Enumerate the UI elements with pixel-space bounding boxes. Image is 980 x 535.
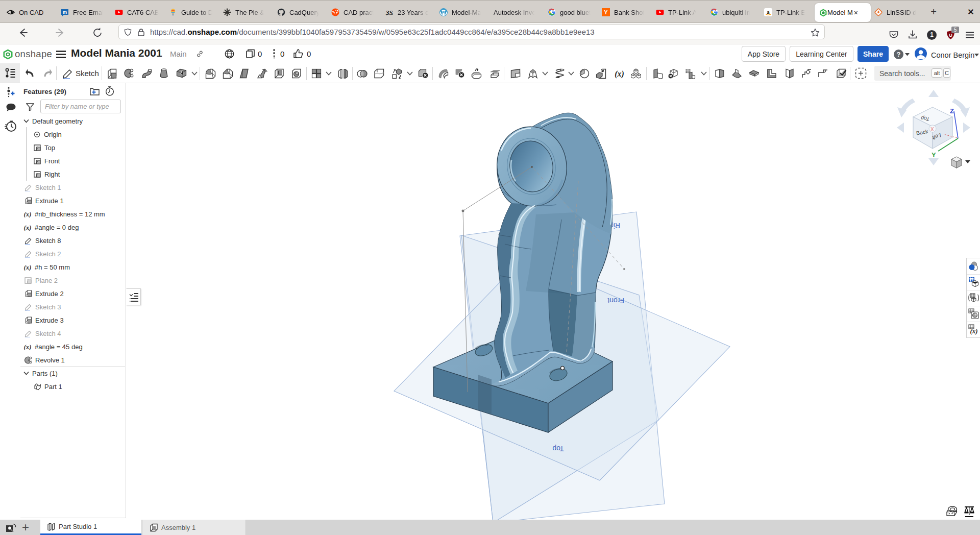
svg-text:Z: Z bbox=[950, 107, 954, 115]
svg-text:(x): (x) bbox=[23, 343, 31, 350]
svg-text:(x): (x) bbox=[23, 224, 31, 231]
svg-text:(x): (x) bbox=[615, 69, 624, 79]
svg-text:Y: Y bbox=[604, 9, 608, 15]
svg-text:Top: Top bbox=[552, 445, 564, 453]
svg-text:Front: Front bbox=[607, 297, 624, 305]
svg-text:m: m bbox=[63, 9, 67, 15]
svg-text:(x): (x) bbox=[970, 327, 977, 335]
svg-text:U: U bbox=[949, 33, 952, 38]
svg-text:(x): (x) bbox=[23, 263, 31, 271]
svg-text:Y: Y bbox=[932, 151, 936, 159]
svg-text:X: X bbox=[930, 127, 934, 132]
svg-text:(x): (x) bbox=[23, 210, 31, 217]
svg-text:Top: Top bbox=[920, 115, 930, 123]
svg-text:a: a bbox=[767, 9, 770, 15]
